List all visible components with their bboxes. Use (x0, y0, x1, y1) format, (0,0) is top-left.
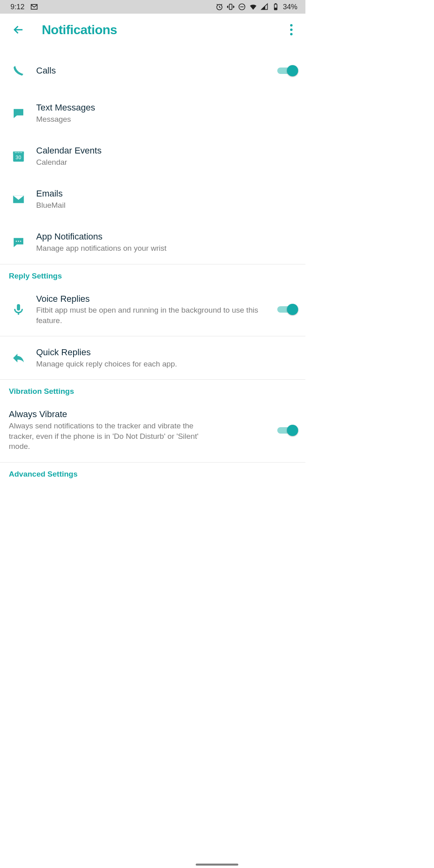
svg-rect-4 (275, 4, 276, 4)
section-header-vibration: Vibration Settings (0, 380, 305, 398)
calendar-icon: 30 (9, 150, 28, 163)
row-emails[interactable]: Emails BlueMail (0, 178, 305, 221)
dnd-icon (238, 3, 246, 11)
row-emails-subtitle: BlueMail (36, 200, 297, 211)
row-calls-title: Calls (36, 65, 272, 76)
row-always-subtitle: Always send notifications to the tracker… (9, 421, 218, 452)
row-calendar-events[interactable]: 30 Calendar Events Calendar (0, 135, 305, 178)
row-quick-replies[interactable]: Quick Replies Manage quick reply choices… (0, 336, 305, 379)
row-calendar-subtitle: Calendar (36, 157, 297, 168)
svg-point-11 (20, 152, 20, 153)
back-button[interactable] (10, 22, 27, 38)
toggle-voice-replies[interactable] (277, 304, 297, 315)
row-voice-replies[interactable]: Voice Replies Fitbit app must be open an… (0, 283, 305, 336)
battery-percentage: 34% (283, 3, 297, 11)
wifi-icon (249, 3, 257, 11)
status-time: 9:12 (10, 3, 25, 11)
signal-icon (260, 3, 268, 11)
row-calendar-title: Calendar Events (36, 145, 297, 156)
svg-point-10 (18, 152, 19, 153)
row-voice-subtitle: Fitbit app must be open and running in t… (36, 305, 272, 326)
row-always-vibrate[interactable]: Always Vibrate Always send notifications… (0, 398, 305, 462)
section-header-reply: Reply Settings (0, 264, 305, 283)
vibrate-icon (227, 3, 235, 11)
row-quick-title: Quick Replies (36, 347, 297, 358)
toggle-always-vibrate[interactable] (277, 425, 297, 436)
message-icon (9, 107, 28, 120)
row-appnotif-subtitle: Manage app notifications on your wrist (36, 243, 297, 254)
row-always-title: Always Vibrate (9, 409, 218, 420)
svg-point-13 (16, 241, 17, 242)
gmail-icon (30, 3, 38, 11)
battery-icon (272, 3, 280, 11)
settings-list: Calls Text Messages Messages 30 Calendar… (0, 46, 305, 481)
page-title: Notifications (42, 23, 117, 37)
svg-point-12 (21, 152, 22, 153)
row-emails-title: Emails (36, 188, 297, 199)
row-appnotif-title: App Notifications (36, 231, 297, 242)
mic-icon (9, 303, 28, 316)
svg-rect-5 (274, 8, 276, 10)
svg-rect-1 (229, 4, 232, 9)
svg-point-8 (15, 152, 16, 153)
section-header-advanced: Advanced Settings (0, 463, 305, 481)
chat-bubble-icon (9, 236, 28, 249)
toggle-calls[interactable] (277, 65, 297, 76)
email-icon (9, 193, 28, 206)
row-text-messages[interactable]: Text Messages Messages (0, 92, 305, 135)
alarm-icon (215, 3, 223, 11)
overflow-menu-button[interactable] (285, 22, 297, 38)
row-voice-title: Voice Replies (36, 293, 272, 305)
row-quick-subtitle: Manage quick reply choices for each app. (36, 359, 297, 369)
svg-point-14 (18, 241, 19, 242)
svg-point-15 (20, 241, 21, 242)
svg-rect-16 (17, 304, 20, 311)
status-bar: 9:12 34% (0, 0, 305, 14)
row-text-title: Text Messages (36, 102, 297, 113)
svg-point-9 (16, 152, 17, 153)
row-text-subtitle: Messages (36, 114, 297, 125)
reply-arrow-icon (9, 352, 28, 364)
row-app-notifications[interactable]: App Notifications Manage app notificatio… (0, 221, 305, 264)
row-calls[interactable]: Calls (0, 50, 305, 92)
calendar-day-label: 30 (12, 155, 25, 160)
phone-icon (9, 64, 28, 77)
app-header: Notifications (0, 14, 305, 46)
